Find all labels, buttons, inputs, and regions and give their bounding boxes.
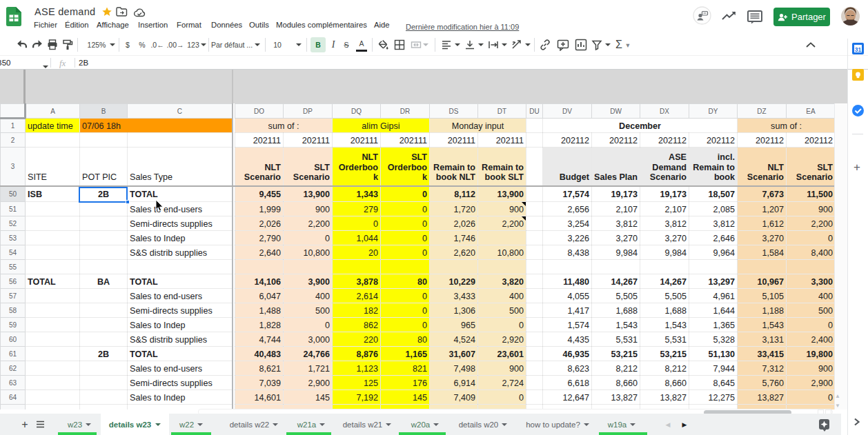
svg-text:31: 31 [855,46,862,53]
